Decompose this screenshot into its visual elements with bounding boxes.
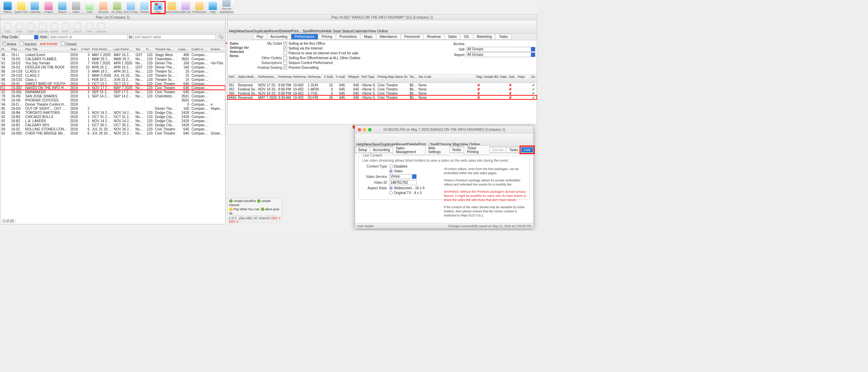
col-header[interactable]: Year↑	[69, 47, 79, 52]
tb-help[interactable]: Help	[356, 142, 364, 146]
tb-new[interactable]: New	[237, 29, 244, 33]
col-header[interactable]: Tax	[135, 47, 145, 52]
col-header[interactable]: Play #	[0, 47, 10, 52]
tb-new[interactable]: New	[13, 23, 25, 33]
col-header[interactable]: Last Perform…	[113, 47, 134, 52]
tb-preference[interactable]: Preference	[192, 2, 206, 13]
playlist-body[interactable]: 465619-LILinked Event20193MAY 2 2020MAY …	[0, 53, 225, 217]
tab-attendance[interactable]: Attendance	[376, 34, 401, 40]
tb-calendar[interactable]: Calendar	[353, 29, 368, 33]
tb-help[interactable]: Help	[2, 23, 13, 33]
tab-setup[interactable]: Setup	[355, 147, 370, 153]
col-header[interactable]: Perf Type	[360, 75, 377, 83]
tab-marketing[interactable]: Marketing	[473, 34, 495, 40]
tab-tasks[interactable]: Tasks	[506, 147, 521, 153]
tb-refresh[interactable]: Refresh	[311, 29, 324, 33]
tb-gl-entry[interactable]: GL Entry	[110, 2, 124, 13]
tab-pricing[interactable]: Pricing	[318, 34, 336, 40]
table-row[interactable]: 8318-B4TORONTO RAPTORS20181NOV 14 2019NO…	[0, 110, 225, 115]
col-header[interactable]: Outlet-Owner	[190, 47, 210, 52]
minimize-icon[interactable]	[363, 128, 366, 131]
col-header[interactable]: Capacity	[177, 47, 190, 52]
col-header[interactable]: Theatre Nam…	[154, 47, 177, 52]
tab-maps[interactable]: Maps	[360, 34, 376, 40]
table-row[interactable]: 7918-H6SAN JOSE SHARKS20181SEP 14 2019SE…	[0, 94, 225, 98]
table-row[interactable]: 465619-LILinked Event20193MAY 2 2020MAY …	[0, 53, 225, 57]
tab-performance[interactable]: Performance	[291, 34, 318, 40]
tab-sales-management[interactable]: Sales Management	[393, 145, 425, 155]
tb-cart[interactable]: Cart	[83, 2, 97, 13]
tb-spell[interactable]: Spell	[302, 29, 311, 33]
tb-duplicate[interactable]: Duplicate	[37, 23, 49, 33]
col-header[interactable]: Tar…	[409, 75, 417, 83]
col-header[interactable]: Tax Code	[417, 75, 431, 83]
tab-promotions[interactable]: Promotions	[336, 34, 360, 40]
col-header[interactable]: Date…	[499, 75, 508, 83]
col-header[interactable]: Sub…	[508, 75, 516, 83]
tb-duplicate[interactable]: Duplicate	[253, 29, 269, 33]
search-icon[interactable]: 🔍	[218, 34, 224, 40]
col-header[interactable]: Play Title	[24, 47, 69, 52]
tab-live[interactable]: Live	[521, 147, 533, 153]
video-service-dropdown[interactable]: Vimeo	[389, 174, 417, 179]
tab-ticket-printing[interactable]: Ticket Printing	[464, 145, 489, 155]
tb-hide-seat-status[interactable]: Hide Seat Status	[324, 29, 353, 33]
tab-play[interactable]: Play	[253, 34, 266, 40]
table-row[interactable]: 8719-C02CLASS 220192MAR 3 2020JUL 16 202…	[0, 73, 225, 77]
tab-accounting[interactable]: Accounting	[370, 147, 393, 153]
other-checkbox[interactable]	[283, 56, 287, 60]
table-row[interactable]: 6019-D1FIDDLER ON THE ROOF201910APR 25 2…	[0, 65, 225, 69]
table-row[interactable]: 8018-B1CALGARY 88'S20181OCT 30 2019OCT 3…	[0, 123, 225, 127]
table-row[interactable]: 261ReservedNOV 17 20…8:00 PM19-0021-SUN1…	[228, 83, 537, 87]
tb-end-of-day[interactable]: End of Day	[124, 2, 138, 13]
table-row[interactable]: 5319-01SWEET BIRD OF YOUTH20193OCT 13 20…	[0, 82, 225, 86]
tb-print-[interactable]: Print…	[291, 29, 303, 33]
col-header[interactable]: Flag	[475, 75, 482, 83]
col-header[interactable]: Play …	[10, 47, 24, 52]
tb-play[interactable]: Play	[151, 2, 165, 13]
col-header[interactable]: Pricing Map Name (In…	[377, 75, 409, 83]
playcode-select[interactable]	[19, 34, 39, 40]
tb-view-online[interactable]: View Online	[368, 29, 388, 33]
widescreen-radio[interactable]	[389, 186, 393, 190]
tb-theatre[interactable]: Theatre	[138, 2, 151, 13]
tb-delete[interactable]: Delete	[49, 23, 60, 33]
tab-tasks[interactable]: Tasks	[495, 34, 512, 40]
table-row[interactable]: 262Festival Se…NOV 18 20…8:00 PM19-0021-…	[228, 87, 537, 91]
tb-open[interactable]: Open	[25, 23, 37, 33]
tb-patron[interactable]: Patron	[1, 2, 14, 13]
col-header[interactable]: # Sold	[322, 75, 334, 83]
table-row[interactable]: 8218-B3CHICAGO BULLS20181OCT 31 2019OCT …	[0, 115, 225, 119]
tb-account[interactable]: Account	[96, 2, 110, 13]
table-row[interactable]: 7818-H5PHOENIX COYOTES20183501Company 1	[0, 98, 225, 102]
col-header[interactable]: Performanc…	[257, 75, 277, 83]
table-row[interactable]: 5119-002NAKED ON THE INFO HIGHWAY20194NO…	[0, 86, 225, 90]
col-header[interactable]: #Report	[346, 75, 360, 83]
sell-net-checkbox[interactable]	[283, 46, 287, 50]
perf-grid-body[interactable]: 261ReservedNOV 17 20…8:00 PM19-0021-SUN1…	[228, 83, 537, 99]
zoom-icon[interactable]	[368, 128, 372, 131]
sell-bo-checkbox[interactable]	[283, 42, 287, 45]
col-header[interactable]: Sales Meth…	[237, 75, 257, 83]
col-header[interactable]: Pwyc	[516, 75, 530, 83]
col-header[interactable]: # Avail	[334, 75, 346, 83]
tb-mail-list[interactable]: Mail List	[179, 2, 192, 13]
tb-calendar[interactable]: Calendar	[95, 23, 107, 33]
tb-remote-assistance[interactable]: Remote Assistance	[220, 0, 233, 13]
col-header[interactable]	[431, 75, 475, 83]
tb-project[interactable]: Project	[42, 2, 55, 13]
tb-print-[interactable]: Print…	[60, 23, 72, 33]
tb-new[interactable]: New	[364, 142, 372, 146]
table-row[interactable]: 8619-C01Class 120191FEB 10 2020JUN 23 20…	[0, 77, 225, 82]
col-header[interactable]: Performanc…	[277, 75, 292, 83]
col-header[interactable]: Performa…	[307, 75, 322, 83]
active-checkbox[interactable]	[2, 42, 6, 45]
subs-checkbox[interactable]	[283, 61, 287, 65]
table-row[interactable]: 8118-B2L.A. LAKERS20181NOV 14 2019NOV 14…	[0, 119, 225, 123]
tab-sales[interactable]: Sales	[444, 34, 460, 40]
tb-revert[interactable]: Revert	[269, 29, 280, 33]
fest-checkbox[interactable]	[283, 66, 287, 70]
col-header[interactable]: First Perform…	[91, 47, 113, 52]
table-row[interactable]: 260Festival Se…NOV 19 20…8:00 PM19-0021-…	[228, 91, 537, 95]
tb-calendar[interactable]: Calendar	[28, 2, 42, 13]
